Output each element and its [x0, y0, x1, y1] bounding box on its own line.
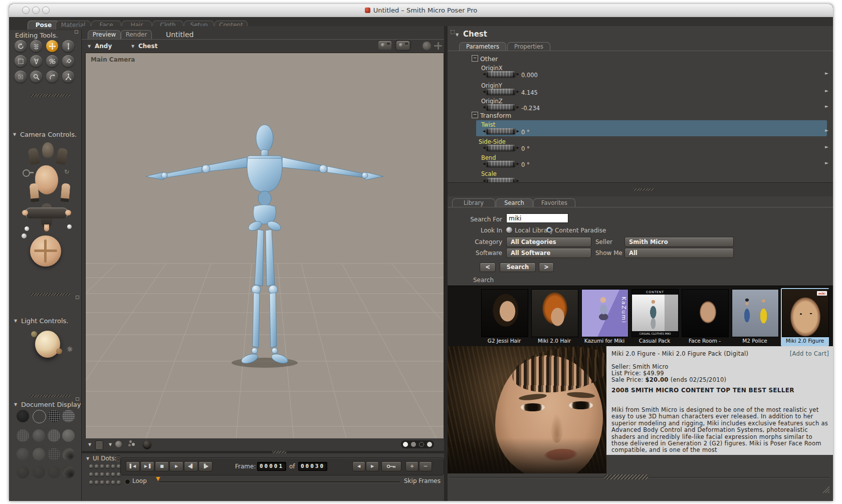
display-style-cartoon[interactable] [33, 448, 45, 460]
h-scrollbar-thumb[interactable] [604, 474, 648, 479]
add-to-cart-link[interactable]: [Add to Cart] [790, 350, 829, 357]
first-frame-button[interactable]: ▌◀ [126, 461, 140, 471]
camera-point-right-icon[interactable] [65, 210, 71, 215]
panel-collapse-icon[interactable] [75, 30, 78, 34]
result-thumbnail[interactable]: miki [782, 289, 829, 337]
radio-content-paradise[interactable] [546, 227, 552, 233]
actor-menu[interactable]: Chest [138, 43, 157, 50]
camera-flyaround-head-icon[interactable] [42, 142, 54, 158]
prev-key-button[interactable]: ◀ [352, 461, 365, 471]
radio-content-paradise-label[interactable]: Content Paradise [555, 227, 606, 234]
result-thumbnail[interactable] [732, 289, 779, 337]
result-thumbnail[interactable]: CONTENT CASUAL CLOTHES MIKI [632, 289, 679, 337]
display-style-extra3[interactable] [48, 466, 60, 478]
tool-translate-in-out[interactable] [62, 40, 74, 52]
camera-hand-left-icon[interactable] [29, 183, 39, 202]
play-button[interactable]: ▶ [169, 461, 183, 471]
axes-icon[interactable] [434, 42, 443, 50]
display-style-smooth-lined[interactable] [17, 448, 29, 460]
result-thumbnail[interactable]: KaZumi [581, 289, 628, 337]
display-style-cartoon-lined[interactable] [48, 448, 60, 460]
param-row-arrow-icon[interactable]: ► [825, 88, 828, 93]
display-style-smooth-shaded[interactable] [62, 429, 75, 442]
tool-direct-manipulation[interactable] [62, 71, 74, 83]
add-key-button[interactable]: + [405, 461, 418, 471]
result-miki-20-hair[interactable]: Miki 2.0 Hair [530, 288, 578, 346]
multi-sphere3-icon[interactable] [128, 444, 131, 446]
param-dial-originx[interactable]: ◀▶ [483, 71, 519, 77]
tool-view-magnifier[interactable] [30, 71, 42, 83]
camera-sphere-small-icon[interactable] [25, 226, 29, 231]
display-style-extra2[interactable] [33, 466, 45, 478]
panel-collapse-icon[interactable] [76, 397, 79, 401]
strip-triangle-icon[interactable]: ▼ [88, 442, 91, 447]
cue-dot4-icon[interactable] [427, 442, 432, 447]
tab-pose[interactable]: Pose [28, 21, 60, 30]
next-page-button[interactable]: > [539, 263, 554, 272]
light-dot1-icon[interactable] [31, 331, 37, 337]
current-frame-counter[interactable]: 00001 [257, 462, 286, 471]
resize-grip-icon[interactable] [821, 484, 830, 493]
actor-collapse-icon[interactable]: ▼ [456, 33, 459, 37]
camera-point-down-icon[interactable] [44, 224, 49, 231]
display-style-extra1[interactable] [17, 466, 29, 478]
collapse-triangle-icon[interactable]: ▼ [14, 402, 17, 407]
result-thumbnail[interactable] [481, 289, 528, 337]
divider-hatch[interactable] [30, 94, 70, 97]
dark-sphere-icon[interactable] [143, 440, 151, 448]
display-style-hidden-line[interactable] [62, 410, 75, 422]
param-row-arrow-icon[interactable]: ► [825, 160, 828, 165]
param-row-arrow-icon[interactable]: ► [825, 104, 828, 109]
camera-sphere-small2-icon[interactable] [67, 224, 72, 229]
param-row-arrow-icon[interactable]: ► [825, 71, 828, 76]
divider-hatch[interactable] [30, 395, 70, 397]
panel-menu-icon[interactable] [451, 30, 455, 34]
scene-3d[interactable] [86, 53, 444, 439]
camera-sphere-small3-icon[interactable] [22, 233, 27, 238]
title-bar[interactable]: Untitled – Smith Micro Poser Pro [9, 4, 833, 18]
result-casual-pack[interactable]: CONTENT CASUAL CLOTHES MIKI Casual Pack [630, 288, 679, 346]
strip-triangle2-icon[interactable]: ▼ [109, 442, 112, 447]
actor-menu-triangle-icon[interactable]: ▼ [131, 44, 134, 49]
ui-dots-grid[interactable] [89, 464, 124, 490]
camera-hands-icon[interactable] [28, 148, 40, 165]
display-style-outline[interactable] [33, 410, 46, 423]
tool-rotate[interactable] [15, 40, 27, 52]
total-frames-counter[interactable]: 00030 [298, 462, 327, 471]
param-dial-twist[interactable]: ◀▶ [483, 128, 519, 134]
radio-local-library[interactable] [506, 227, 512, 233]
light-controls-cluster[interactable]: ☼ [9, 328, 81, 363]
search-input[interactable] [506, 213, 568, 223]
seller-dropdown[interactable]: Smith Micro [624, 237, 734, 247]
tool-taper[interactable] [30, 55, 42, 67]
param-dial-originy[interactable]: ◀▶ [483, 89, 519, 95]
tab-favorites[interactable]: Favorites [533, 198, 575, 207]
param-dial-originz[interactable]: ◀▶ [483, 104, 519, 110]
results-strip[interactable]: G2 Jessi Hair Miki 2.0 Hair KaZumi Kazum… [448, 286, 833, 347]
light-dot3-icon[interactable] [56, 348, 62, 354]
divider-hatch[interactable] [30, 293, 70, 296]
cue-dot2-icon[interactable] [411, 442, 416, 447]
step-back-button[interactable]: ◀▌ [184, 461, 198, 471]
group-collapse-icon[interactable]: − [472, 112, 478, 118]
tool-morphing[interactable] [46, 71, 58, 83]
tool-twist[interactable] [30, 40, 42, 52]
trackball-mini-icon[interactable] [423, 42, 431, 50]
camera-rotate-icon[interactable]: ↻ [64, 168, 69, 175]
step-forward-button[interactable]: ▐▶ [198, 461, 213, 471]
result-kazumi-for-miki[interactable]: KaZumi Kazumi for Miki [580, 288, 628, 346]
category-dropdown[interactable]: All Categories [506, 237, 591, 247]
prev-page-button[interactable]: < [480, 263, 496, 272]
multi-sphere2-icon[interactable] [132, 443, 135, 446]
result-face-room[interactable]: Face Room - [681, 288, 729, 346]
param-dial-bend[interactable]: ◀▶ [483, 161, 519, 167]
collapse-triangle-icon[interactable]: ▼ [13, 132, 16, 137]
light-globe-icon[interactable] [35, 331, 60, 358]
camera-trackball-icon[interactable] [30, 235, 61, 267]
next-key-button[interactable]: ▶ [366, 461, 379, 471]
ui-dots-grip-icon[interactable] [117, 455, 120, 461]
tab-search[interactable]: Search [496, 198, 533, 207]
camera-hands-right-icon[interactable] [56, 148, 68, 165]
collapse-triangle-icon[interactable]: ▼ [14, 319, 17, 323]
sun-icon[interactable]: ☼ [67, 345, 73, 353]
